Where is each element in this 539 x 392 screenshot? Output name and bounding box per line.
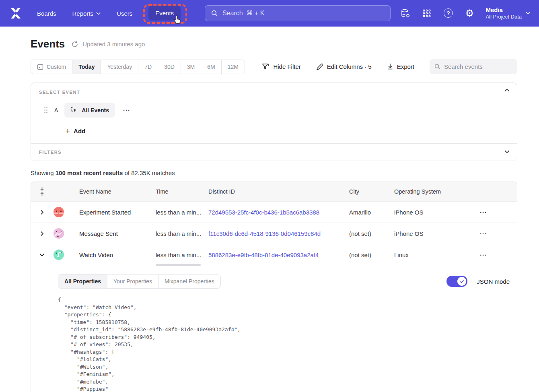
plus-icon <box>66 127 70 135</box>
column-header-event-name[interactable]: Event Name <box>73 188 156 195</box>
cell-event-name: Message Sent <box>73 230 156 237</box>
add-label: Add <box>74 128 85 134</box>
filters-section[interactable]: FILTERS <box>31 143 517 161</box>
help-icon[interactable] <box>443 8 453 19</box>
row-menu-icon[interactable] <box>477 252 490 258</box>
horizontal-scrollbar-thumb[interactable] <box>156 264 201 266</box>
project-text: Media All Project Data <box>486 6 522 21</box>
export-button[interactable]: Export <box>387 63 414 70</box>
row-expand-chevron-right-icon[interactable] <box>40 210 44 215</box>
event-pill-label: All Events <box>82 107 109 113</box>
select-event-section: SELECT EVENT A All Events <box>31 83 517 143</box>
event-avatar-icon <box>53 228 64 239</box>
column-header-distinct-id[interactable]: Distinct ID <box>208 188 349 195</box>
cell-event-name: Experiment Started <box>73 209 156 216</box>
nav-item-boards[interactable]: Boards <box>37 10 56 17</box>
date-option-custom[interactable]: Custom <box>31 60 72 74</box>
top-nav: Boards Reports Users Events <box>0 0 539 27</box>
refresh-icon[interactable] <box>71 41 78 48</box>
tab-all-properties[interactable]: All Properties <box>58 274 107 288</box>
query-builder-card: SELECT EVENT A All Events <box>31 83 517 161</box>
date-option-7d[interactable]: 7D <box>138 60 158 74</box>
cell-os: Linux <box>394 252 467 258</box>
app-window: Boards Reports Users Events <box>0 0 539 392</box>
export-label: Export <box>397 63 414 70</box>
nav-right-icons: Media All Project Data <box>400 6 530 21</box>
global-search[interactable] <box>205 5 391 21</box>
event-selector-pill[interactable]: All Events <box>64 103 115 118</box>
column-header-city[interactable]: City <box>349 188 394 195</box>
event-json: { "event": "Watch Video", "properties": … <box>58 296 510 392</box>
drag-handle-icon[interactable] <box>44 107 45 108</box>
row-expand-chevron-right-icon[interactable] <box>40 231 44 236</box>
table-row[interactable]: Message Sent less than a min... f11c30d6… <box>31 223 517 244</box>
table-row-expanded[interactable]: Watch Video less than a min... 5886283e-… <box>31 244 517 265</box>
cell-os: iPhone OS <box>394 230 467 237</box>
settings-gear-icon[interactable] <box>464 8 475 19</box>
add-event-button[interactable]: Add <box>66 127 85 135</box>
properties-tabs: All Properties Your Properties Mixpanel … <box>58 274 221 289</box>
tab-your-properties[interactable]: Your Properties <box>107 274 158 288</box>
updated-text: Updated 3 minutes ago <box>82 41 145 47</box>
tab-mixpanel-properties[interactable]: Mixpanel Properties <box>158 274 220 288</box>
column-header-os[interactable]: Operating System <box>394 188 467 195</box>
search-icon <box>211 10 218 17</box>
column-resize-sort-icon[interactable] <box>39 187 45 196</box>
expand-chevron-down-icon[interactable] <box>504 150 510 153</box>
chevron-down-icon <box>96 12 101 15</box>
event-detail-panel: All Properties Your Properties Mixpanel … <box>31 265 517 392</box>
cell-city: (not set) <box>349 252 394 258</box>
cell-city: (not set) <box>349 230 394 237</box>
row-menu-icon[interactable] <box>477 209 490 216</box>
nav-item-reports-label: Reports <box>72 10 94 17</box>
cell-event-name: Watch Video <box>73 252 156 258</box>
cell-distinct-id-link[interactable]: 5886283e-e9fb-48fb-81de-40e9093a2af4 <box>208 252 349 258</box>
table-row[interactable]: Experiment Started less than a min... 72… <box>31 201 517 223</box>
edit-columns-label: Edit Columns · 5 <box>327 63 372 70</box>
date-option-label: Custom <box>47 64 66 70</box>
cell-distinct-id-link[interactable]: 72d49553-25fc-4f0c-b436-1b5ac6ab3388 <box>208 209 349 216</box>
project-switcher[interactable]: Media All Project Data <box>486 6 530 21</box>
results-suffix: of 82.35K matches <box>123 169 175 176</box>
main-content: Events Updated 3 minutes ago <box>0 38 539 392</box>
json-mode-toggle[interactable] <box>446 276 467 287</box>
page-title: Events <box>31 38 65 50</box>
apps-grid-icon[interactable] <box>422 8 432 19</box>
date-option-12m[interactable]: 12M <box>222 60 245 74</box>
cell-distinct-id-link[interactable]: f11c30d6-dc6d-4518-9136-0d046159c84d <box>208 230 349 237</box>
cell-time: less than a min... <box>156 230 208 237</box>
date-range-control: Custom Today Yesterday 7D 30D 3M 6M 12M <box>31 60 245 74</box>
event-row-menu-icon[interactable] <box>121 107 133 113</box>
cell-time: less than a min... <box>156 252 208 258</box>
download-icon <box>387 63 393 70</box>
hide-filter-button[interactable]: Hide Filter <box>262 63 300 70</box>
results-summary: Showing 100 most recent results of 82.35… <box>31 169 517 176</box>
edit-columns-button[interactable]: Edit Columns · 5 <box>316 63 372 70</box>
search-events-box[interactable] <box>430 59 517 74</box>
nav-item-users[interactable]: Users <box>117 10 132 17</box>
date-option-today[interactable]: Today <box>72 60 101 74</box>
table-header-row: Event Name Time Distinct ID City Operati… <box>31 182 517 201</box>
search-events-input[interactable] <box>444 63 512 70</box>
event-avatar-icon <box>53 206 64 218</box>
filters-label: FILTERS <box>39 150 509 155</box>
date-option-3m[interactable]: 3M <box>181 60 201 74</box>
mixpanel-logo-icon[interactable] <box>9 7 23 20</box>
row-collapse-chevron-down-icon[interactable] <box>39 253 45 257</box>
updated-status: Updated 3 minutes ago <box>71 41 145 48</box>
filter-funnel-icon <box>262 63 270 70</box>
nav-item-events-wrap: Events <box>148 10 181 17</box>
date-option-30d[interactable]: 30D <box>158 60 181 74</box>
cell-time: less than a min... <box>156 209 208 216</box>
column-header-time[interactable]: Time <box>156 188 208 195</box>
mouse-cursor-hand-icon <box>173 15 182 25</box>
date-option-yesterday[interactable]: Yesterday <box>101 60 138 74</box>
date-option-6m[interactable]: 6M <box>201 60 221 74</box>
row-menu-icon[interactable] <box>477 230 490 237</box>
global-search-input[interactable] <box>222 10 384 17</box>
results-prefix: Showing <box>31 169 56 176</box>
collapse-chevron-up-icon[interactable] <box>504 89 510 92</box>
nav-item-reports[interactable]: Reports <box>72 10 101 17</box>
results-count: 100 most recent results <box>56 169 123 176</box>
data-management-icon[interactable] <box>400 8 411 19</box>
